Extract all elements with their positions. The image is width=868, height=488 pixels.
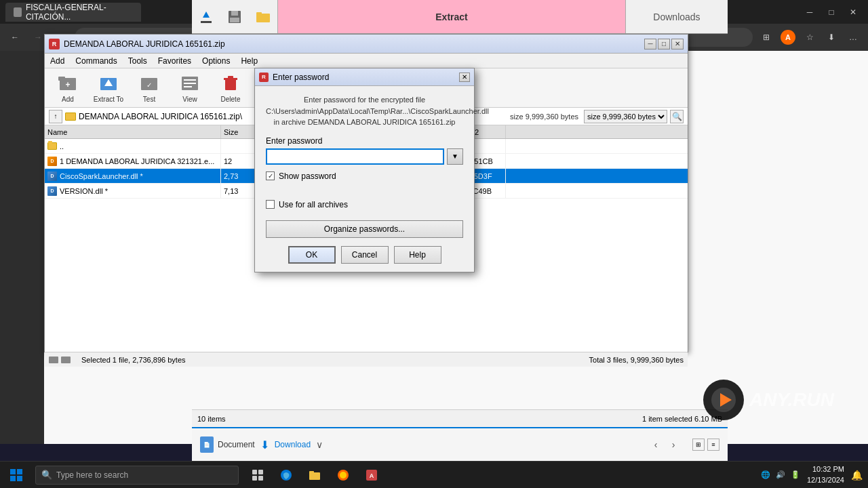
menu-help[interactable]: Help: [235, 55, 263, 67]
view-icon: [179, 73, 201, 94]
tray-clock[interactable]: 10:32 PM 12/13/2024: [807, 464, 844, 485]
downloads-nav-next[interactable]: ›: [665, 436, 682, 453]
toolbar-delete[interactable]: Delete: [212, 71, 250, 105]
nav-back[interactable]: ←: [5, 28, 24, 47]
taskbar-search[interactable]: 🔍 Type here to search: [35, 466, 239, 485]
anyrun-text: ANY.RUN: [749, 389, 834, 411]
winrar-minimize[interactable]: ─: [644, 39, 656, 49]
download-arrow-icon: ⬇: [260, 439, 269, 451]
extensions-icon[interactable]: ⊞: [757, 28, 776, 47]
file-explorer-icon[interactable]: [301, 462, 328, 489]
password-input[interactable]: [266, 148, 444, 165]
toolbar-extract-to[interactable]: Extract To: [90, 71, 127, 105]
firefox-icon[interactable]: [330, 462, 357, 489]
toolbar-test[interactable]: ✓ Test: [130, 71, 168, 105]
tray-icons: 🌐 🔊 🔋: [761, 470, 800, 479]
list-view-icon[interactable]: ≡: [707, 439, 719, 451]
downloads-nav-prev[interactable]: ‹: [648, 436, 664, 453]
use-for-all-checkbox[interactable]: [266, 200, 275, 209]
menu-add[interactable]: Add: [45, 55, 70, 67]
generic-app-icon: A: [365, 468, 378, 482]
download-chevron[interactable]: ∨: [316, 439, 323, 450]
ok-button[interactable]: OK: [288, 246, 336, 264]
tray-network-icon[interactable]: 🌐: [761, 470, 770, 479]
settings-icon[interactable]: …: [844, 28, 863, 47]
anyrun-logo: [703, 380, 744, 420]
organize-passwords-button[interactable]: Organize passwords...: [266, 220, 463, 238]
download-browser-icon[interactable]: ⬇: [822, 28, 841, 47]
extract-toolbar-save[interactable]: [220, 5, 249, 28]
desktop: FISCALIA-GENERAL-CITACIÓN... ─ □ ✕ ← → ↻…: [0, 0, 868, 488]
svg-rect-24: [258, 470, 263, 474]
add-icon: +: [57, 73, 79, 94]
dll-icon: D: [47, 171, 57, 181]
dialog-buttons: OK Cancel Help: [266, 246, 463, 264]
path-size-dropdown[interactable]: size 9,999,360 bytes: [584, 110, 667, 123]
dialog-titlebar: R Enter password ✕: [255, 68, 474, 86]
menu-options[interactable]: Options: [197, 55, 235, 67]
dialog-close-button[interactable]: ✕: [459, 73, 470, 82]
help-button[interactable]: Help: [394, 246, 441, 264]
download-icon: [198, 9, 214, 25]
task-view-button[interactable]: [244, 462, 271, 489]
browser-minimize[interactable]: ─: [800, 3, 819, 22]
path-archive-icon: [65, 113, 76, 121]
extract-tab[interactable]: Extract: [277, 0, 626, 33]
browser-close[interactable]: ✕: [844, 3, 863, 22]
show-password-checkbox[interactable]: [266, 171, 275, 180]
dialog-description: Enter password for the encrypted file C:…: [266, 94, 463, 128]
path-search-button[interactable]: 🔍: [670, 110, 684, 123]
extract-to-icon: [98, 73, 119, 94]
winrar-title: DEMANDA LABORAL JURIDICA 165161.zip: [64, 39, 640, 49]
download-filename: Document: [218, 440, 255, 449]
view-toggle-bar: ⊞ ≡: [692, 439, 719, 451]
extract-toolbar-download[interactable]: [192, 5, 220, 28]
svg-text:+: +: [65, 80, 70, 89]
downloads-bar: 📄 Document ⬇ Download ∨ ‹ › ⊞ ≡: [192, 427, 728, 461]
cancel-button[interactable]: Cancel: [341, 246, 389, 264]
col-name[interactable]: Name: [45, 125, 221, 138]
tray-battery-icon: 🔋: [791, 470, 800, 479]
download-file-icon: 📄: [200, 436, 214, 453]
folder-taskbar-icon: [308, 468, 321, 482]
search-placeholder: Type here to search: [56, 470, 128, 480]
status-total: Total 3 files, 9,999,360 bytes: [589, 356, 684, 364]
delete-icon: [220, 73, 241, 94]
toolbar-add-label: Add: [62, 96, 74, 103]
toolbar-add[interactable]: + Add: [49, 71, 87, 105]
account-icon[interactable]: A: [778, 28, 797, 47]
grid-view-icon[interactable]: ⊞: [692, 439, 705, 451]
path-up-button[interactable]: ↑: [49, 110, 62, 123]
menu-tools[interactable]: Tools: [123, 55, 153, 67]
dll2-icon: D: [47, 186, 57, 196]
toolbar-view[interactable]: View: [171, 71, 209, 105]
download-action-label[interactable]: Download: [275, 440, 311, 449]
browser-tab-active[interactable]: FISCALIA-GENERAL-CITACIÓN...: [5, 3, 141, 22]
browser-maximize[interactable]: □: [822, 3, 841, 22]
menu-commands[interactable]: Commands: [70, 55, 122, 67]
favorites-icon[interactable]: ☆: [800, 28, 819, 47]
test-icon: ✓: [138, 73, 160, 94]
edge-browser-icon[interactable]: [273, 462, 300, 489]
app-icon[interactable]: A: [358, 462, 385, 489]
tray-volume-icon[interactable]: 🔊: [776, 470, 785, 479]
downloads-tab[interactable]: Downloads: [626, 0, 728, 33]
page-sidebar: [0, 51, 44, 444]
start-button[interactable]: [0, 462, 33, 489]
dialog-body: Enter password for the encrypted file C:…: [255, 86, 474, 272]
svg-rect-26: [258, 476, 263, 481]
svg-rect-18: [225, 79, 236, 90]
taskbar: 🔍 Type here to search A 🌐 🔊: [0, 461, 868, 488]
status-archive-icon: [49, 357, 58, 363]
winrar-maximize[interactable]: □: [658, 39, 670, 49]
extract-toolbar-folder[interactable]: [249, 5, 277, 28]
svg-rect-20: [228, 76, 233, 79]
svg-rect-8: [58, 77, 65, 81]
menu-favorites[interactable]: Favorites: [153, 55, 197, 67]
path-size: size 9,999,360 bytes: [507, 113, 581, 121]
svg-marker-1: [203, 12, 210, 18]
winrar-close[interactable]: ✕: [671, 39, 684, 49]
notification-center-icon[interactable]: 🔔: [851, 470, 863, 481]
password-dropdown[interactable]: ▼: [447, 148, 463, 165]
doc-icon: D: [47, 157, 57, 166]
